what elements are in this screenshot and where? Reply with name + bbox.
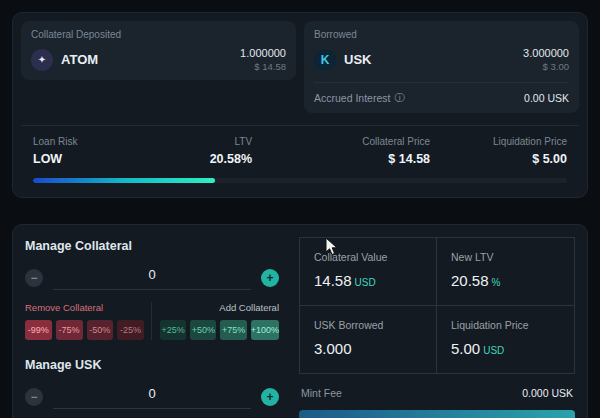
atom-icon: ✦ (31, 49, 53, 71)
mint-fee-row: Mint Fee 0.000 USK (301, 387, 573, 399)
add-collateral-buttons: +25% +50% +75% +100% (160, 320, 279, 340)
liquidation-price-label: Liquidation Price (430, 136, 567, 147)
manage-usk-title: Manage USK (25, 358, 279, 372)
ltv-progress-track (33, 178, 567, 183)
collateral-amount-input[interactable] (53, 265, 251, 290)
accrued-interest-row: Accrued Interest ⓘ 0.00 USK (314, 82, 569, 105)
add-collateral-75-button[interactable]: +75% (220, 320, 246, 340)
collateral-amounts: 1.000000 $ 14.58 (240, 47, 286, 72)
collateral-value: 14.58USD (314, 272, 422, 290)
collateral-panel: Collateral Deposited ✦ ATOM 1.000000 $ 1… (21, 21, 296, 80)
collateral-asset-name: ATOM (61, 52, 98, 67)
usk-stepper: − + (25, 384, 279, 409)
collateral-stepper: − + (25, 265, 279, 290)
usk-decrement-button[interactable]: − (25, 388, 43, 406)
borrowed-asset-name: USK (344, 52, 371, 67)
add-collateral-label: Add Collateral (160, 302, 279, 313)
liquidation-price-value: $ 5.00 (430, 152, 567, 166)
collateral-price-stat: Collateral Price $ 14.58 (252, 136, 430, 166)
loan-risk-value: LOW (33, 152, 170, 166)
mint-fee-value: 0.000 USK (522, 387, 573, 399)
ltv-stat: LTV 20.58% (170, 136, 252, 166)
collateral-increment-button[interactable]: + (261, 269, 279, 287)
loan-summary-column: Collateral Value 14.58USD New LTV 20.58%… (299, 237, 575, 418)
usk-borrowed-label: USK Borrowed (314, 319, 422, 331)
borrowed-asset-row: K USK 3.000000 $ 3.00 (314, 47, 569, 72)
add-collateral-25-button[interactable]: +25% (160, 320, 186, 340)
remove-collateral-buttons: -99% -75% -50% -25% (25, 320, 144, 340)
new-ltv-label: New LTV (451, 251, 560, 263)
liquidation-price-cell-label: Liquidation Price (451, 319, 560, 331)
add-collateral-group: Add Collateral +25% +50% +75% +100% (151, 302, 279, 340)
info-icon[interactable]: ⓘ (394, 91, 404, 105)
manage-loan-card: Manage Collateral − + Remove Collateral … (12, 224, 588, 418)
collateral-percent-block: Remove Collateral -99% -75% -50% -25% Ad… (25, 302, 279, 340)
remove-collateral-75-button[interactable]: -75% (56, 320, 83, 340)
ltv-label: LTV (170, 136, 252, 147)
add-collateral-100-button[interactable]: +100% (251, 320, 279, 340)
remove-collateral-25-button[interactable]: -25% (117, 320, 144, 340)
collateral-usd-value: $ 14.58 (240, 61, 286, 72)
new-ltv-cell: New LTV 20.58% (437, 238, 574, 306)
add-collateral-50-button[interactable]: +50% (190, 320, 216, 340)
collateral-decrement-button[interactable]: − (25, 269, 43, 287)
collateral-asset-row: ✦ ATOM 1.000000 $ 14.58 (31, 47, 286, 72)
loan-stats-row: Loan Risk LOW LTV 20.58% Collateral Pric… (21, 125, 579, 166)
ltv-value: 20.58% (170, 152, 252, 166)
loan-risk-stat: Loan Risk LOW (33, 136, 170, 166)
borrowed-amount: 3.000000 (523, 47, 569, 59)
remove-collateral-label: Remove Collateral (25, 302, 144, 313)
collateral-deposited-label: Collateral Deposited (31, 29, 286, 40)
loan-page: Collateral Deposited ✦ ATOM 1.000000 $ 1… (0, 0, 600, 418)
usk-amount-input[interactable] (53, 384, 251, 409)
borrowed-amounts: 3.000000 $ 3.00 (523, 47, 569, 72)
new-ltv-value: 20.58% (451, 272, 560, 290)
collateral-amount: 1.000000 (240, 47, 286, 59)
borrowed-usd-value: $ 3.00 (523, 61, 569, 72)
usk-increment-button[interactable]: + (261, 388, 279, 406)
asset-panels: Collateral Deposited ✦ ATOM 1.000000 $ 1… (21, 21, 579, 113)
remove-collateral-99-button[interactable]: -99% (25, 320, 52, 340)
accrued-interest-label: Accrued Interest (314, 92, 390, 104)
borrowed-panel: Borrowed K USK 3.000000 $ 3.00 Accrued I… (304, 21, 579, 113)
loan-risk-label: Loan Risk (33, 136, 170, 147)
collateral-price-label: Collateral Price (252, 136, 430, 147)
borrowed-label: Borrowed (314, 29, 569, 40)
manage-collateral-title: Manage Collateral (25, 239, 279, 253)
ltv-progress-fill (33, 178, 215, 183)
collateral-price-value: $ 14.58 (252, 152, 430, 166)
loan-overview-card: Collateral Deposited ✦ ATOM 1.000000 $ 1… (12, 12, 588, 198)
liquidation-price-cell-value: 5.00USD (451, 340, 560, 358)
liquidation-price-cell: Liquidation Price 5.00USD (437, 306, 574, 373)
summary-grid: Collateral Value 14.58USD New LTV 20.58%… (299, 237, 575, 374)
collateral-value-cell: Collateral Value 14.58USD (300, 238, 437, 306)
usk-borrowed-cell: USK Borrowed 3.000 (300, 306, 437, 373)
liquidation-price-stat: Liquidation Price $ 5.00 (430, 136, 567, 166)
remove-collateral-group: Remove Collateral -99% -75% -50% -25% (25, 302, 151, 340)
rebalance-loan-button[interactable]: Rebalance Loan (299, 410, 575, 418)
usk-borrowed-value: 3.000 (314, 340, 422, 358)
remove-collateral-50-button[interactable]: -50% (87, 320, 114, 340)
manage-controls-column: Manage Collateral − + Remove Collateral … (25, 237, 279, 418)
collateral-value-label: Collateral Value (314, 251, 422, 263)
usk-icon: K (314, 49, 336, 71)
accrued-interest-value: 0.00 USK (524, 92, 569, 104)
mint-fee-label: Mint Fee (301, 387, 342, 399)
